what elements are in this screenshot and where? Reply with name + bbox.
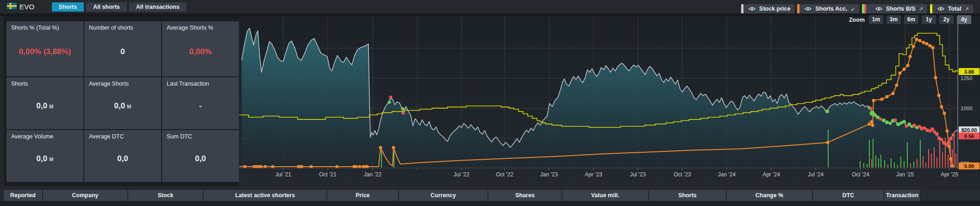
column-header-shares[interactable]: Shares <box>488 190 562 201</box>
svg-text:Apr '24: Apr '24 <box>762 171 780 178</box>
stat-value: 0,0M <box>6 154 83 163</box>
column-header-company[interactable]: Company <box>43 190 127 201</box>
resize-arrow-icon[interactable]: ↗ <box>919 6 923 12</box>
stat-label: Average Shorts <box>89 81 129 87</box>
svg-text:Jan '23: Jan '23 <box>540 171 558 178</box>
svg-text:Apr '25: Apr '25 <box>941 171 958 178</box>
sweden-flag-icon <box>7 3 17 11</box>
stat-label: Shorts <box>11 81 28 87</box>
stat-label: Average Shorts % <box>167 25 213 31</box>
column-header-value-mill-[interactable]: Value mill. <box>562 190 648 201</box>
svg-text:0.00: 0.00 <box>964 163 974 169</box>
eye-icon <box>875 6 882 11</box>
eye-icon <box>749 6 755 11</box>
table-header-filler <box>921 190 980 201</box>
value-tag-shorts-bs: 0.56 <box>959 132 980 139</box>
legend-toggle-total[interactable]: Total↗ <box>930 4 973 13</box>
svg-text:Apr '23: Apr '23 <box>585 171 602 178</box>
stat-card-average-volume: Average Volume0,0M <box>6 130 83 182</box>
zoom-controls: Zoom 1m3m6m1y2y4y <box>849 15 971 24</box>
stat-label: Last Transaction <box>167 81 209 87</box>
stat-card-number-of-shorts: Number of shorts0 <box>84 21 161 76</box>
stat-label: Shorts % (Total %) <box>11 25 59 31</box>
stat-label: Sum DTC <box>167 133 192 140</box>
svg-text:1000: 1000 <box>961 106 973 111</box>
svg-text:Oct '21: Oct '21 <box>319 171 337 178</box>
legend-toggle-shorts-b-s[interactable]: Shorts B/S↗ <box>862 4 927 13</box>
stat-card-sum-dtc: Sum DTC0,0 <box>162 130 239 182</box>
stat-value: 0,0 <box>84 154 161 163</box>
unit-suffix: M <box>49 104 53 109</box>
svg-text:Oct '24: Oct '24 <box>852 171 869 178</box>
column-header-change-%[interactable]: Change % <box>727 190 812 201</box>
zoom-range-2y[interactable]: 2y <box>939 15 954 24</box>
column-header-currency[interactable]: Currency <box>399 190 487 201</box>
stat-value: - <box>162 101 239 111</box>
stat-label: Average Volume <box>11 133 54 140</box>
svg-text:820.00: 820.00 <box>961 127 977 133</box>
zoom-range-6m[interactable]: 6m <box>904 15 918 24</box>
unit-suffix: M <box>127 104 131 109</box>
column-header-transaction[interactable]: Transaction <box>885 190 920 201</box>
tab-all-transactions[interactable]: All transactions <box>129 2 187 12</box>
eye-icon <box>805 6 811 11</box>
resize-arrow-icon[interactable]: ↙ <box>851 6 855 12</box>
stat-card-shorts-total-: Shorts % (Total %)0,00% (3,88%) <box>6 21 83 76</box>
stat-card-last-transaction: Last Transaction- <box>162 77 239 129</box>
series-color-bar <box>930 4 932 13</box>
legend-toggle-shorts-acc-[interactable]: Shorts Acc.↙ <box>797 4 859 13</box>
divider-strip <box>0 13 980 16</box>
legend-label: Total <box>948 6 961 12</box>
stat-value: 0 <box>84 47 161 56</box>
value-tag-total: 3.88 <box>959 68 980 75</box>
stat-card-shorts: Shorts0,0M <box>6 77 83 129</box>
stat-value: 0,0 <box>162 154 239 163</box>
svg-text:Jan '22: Jan '22 <box>364 171 382 178</box>
svg-text:Jan '25: Jan '25 <box>896 171 914 178</box>
stats-grid: Shorts % (Total %)0,00% (3,88%)Number of… <box>6 21 239 182</box>
tab-shorts[interactable]: Shorts <box>52 2 84 12</box>
legend-toggle-stock-price[interactable]: Stock price <box>741 4 794 13</box>
unit-suffix: M <box>49 156 53 162</box>
column-header-dtc[interactable]: DTC <box>813 190 884 201</box>
stat-card-average-shorts: Average Shorts0,0M <box>84 77 161 129</box>
stat-label: Average DTC <box>89 133 124 140</box>
series-color-bar <box>797 4 799 13</box>
stat-card-average-shorts-: Average Shorts %0,00% <box>162 21 239 76</box>
svg-text:Jul '22: Jul '22 <box>454 171 470 178</box>
stat-label: Number of shorts <box>89 25 133 31</box>
stat-value: 0,0M <box>84 101 161 111</box>
svg-text:Jul '24: Jul '24 <box>808 171 824 178</box>
zoom-range-3m[interactable]: 3m <box>886 15 901 24</box>
legend-label: Shorts Acc. <box>815 6 847 12</box>
svg-text:Jan '24: Jan '24 <box>718 171 736 178</box>
stat-value: 0,00% (3,88%) <box>6 47 83 56</box>
column-header-shorts[interactable]: Shorts <box>649 190 726 201</box>
zoom-range-4y[interactable]: 4y <box>957 15 971 24</box>
column-header-price[interactable]: Price <box>327 190 398 201</box>
value-tag-stock-price: 820.00 <box>959 126 980 133</box>
stat-value: 0,00% <box>162 47 239 56</box>
zoom-label: Zoom <box>849 17 865 23</box>
resize-arrow-icon[interactable]: ↗ <box>965 6 969 12</box>
series-color-bar <box>741 4 743 13</box>
column-header-reported[interactable]: Reported <box>4 190 42 201</box>
series-color-bar <box>864 4 866 13</box>
value-tag-shorts-acc: 0.00 <box>959 162 980 169</box>
app-root: Jul '21Oct '21Jan '22Jul '22Oct '22Jan '… <box>0 0 980 206</box>
svg-text:Jul '23: Jul '23 <box>630 171 646 178</box>
bottom-strip <box>0 201 980 206</box>
zoom-range-1y[interactable]: 1y <box>922 15 936 24</box>
table-header: ReportedCompanyStockLatest active shorte… <box>0 190 980 201</box>
ticker-label: EVO <box>19 3 35 11</box>
stat-value: 0,0M <box>6 101 83 111</box>
legend-label: Shorts B/S <box>886 6 916 12</box>
zoom-range-1m[interactable]: 1m <box>869 15 883 24</box>
svg-text:0.56: 0.56 <box>964 133 974 139</box>
svg-text:Jul '21: Jul '21 <box>275 171 292 178</box>
column-header-stock[interactable]: Stock <box>128 190 203 201</box>
tab-all-shorts[interactable]: All shorts <box>86 2 127 12</box>
svg-text:Oct '23: Oct '23 <box>674 171 691 178</box>
column-header-latest-active-shorters[interactable]: Latest active shorters <box>204 190 326 201</box>
svg-text:1250: 1250 <box>961 75 973 81</box>
